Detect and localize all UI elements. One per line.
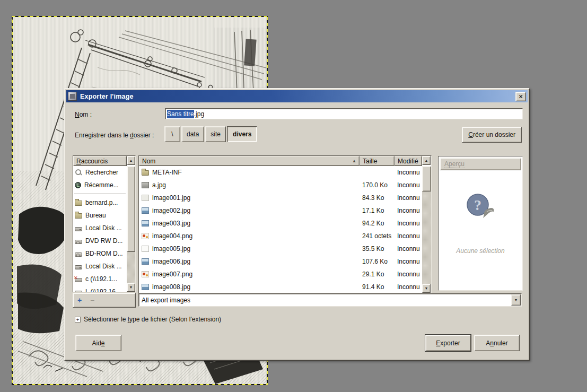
file-modified: Inconnu: [395, 283, 422, 291]
export-image-dialog: Exporter l'image ✕ Nom : Sans titre.jpg …: [64, 88, 530, 361]
shortcut-item[interactable]: Rechercher: [73, 166, 127, 179]
shortcut-item[interactable]: BD-ROM D...: [73, 247, 127, 260]
file-row[interactable]: image004.png241 octetsInconnu: [139, 230, 422, 242]
shortcut-label: c (\\192.1...: [85, 275, 117, 283]
file-name: image001.jpg: [152, 194, 190, 202]
filename-selected-text: Sans titre: [167, 110, 194, 118]
preview-panel: Aperçu ? Aucune sélection: [438, 156, 523, 291]
shortcut-label: L (\\192.16: [85, 288, 116, 292]
close-icon[interactable]: ✕: [515, 92, 526, 101]
file-row[interactable]: image001.jpg84.3 KoInconnu: [139, 191, 422, 204]
filename-input[interactable]: Sans titre.jpg: [165, 108, 523, 119]
file-list-scroll-up-icon[interactable]: ▲: [422, 156, 431, 165]
preview-body: ? Aucune sélection: [440, 170, 521, 289]
file-list-scroll-thumb[interactable]: [422, 166, 431, 191]
expand-plus-icon[interactable]: +: [75, 317, 81, 323]
image-blue-icon: [142, 258, 149, 265]
breadcrumb-divers[interactable]: divers: [227, 126, 257, 142]
file-name: image008.jpg: [152, 283, 190, 291]
dialog-titlebar[interactable]: Exporter l'image ✕: [66, 90, 528, 102]
file-modified: Inconnu: [395, 271, 422, 278]
file-list-scroll-down-icon[interactable]: ▼: [422, 284, 431, 293]
shortcut-label: Récemme...: [84, 181, 119, 189]
shortcut-item[interactable]: Bureau: [73, 209, 127, 222]
breadcrumb-[interactable]: \: [164, 126, 180, 142]
file-row[interactable]: image002.jpg17.1 KoInconnu: [139, 204, 422, 217]
column-header-size[interactable]: Taille: [360, 156, 395, 166]
file-size: 170.0 Ko: [360, 181, 395, 189]
file-row[interactable]: image006.jpg107.6 KoInconnu: [139, 255, 422, 268]
shortcuts-header[interactable]: Raccourcis: [73, 156, 127, 166]
shortcut-label: Rechercher: [85, 169, 118, 176]
image-gray-icon: [142, 182, 149, 188]
file-modified: Inconnu: [395, 245, 422, 252]
breadcrumb-data[interactable]: data: [181, 126, 204, 142]
optical-drive-icon: [75, 252, 82, 257]
file-row[interactable]: image005.jpg35.5 KoInconnu: [139, 242, 422, 255]
file-name: META-INF: [152, 169, 182, 176]
shortcut-actions-bar: + −: [73, 293, 136, 308]
image-light-icon: [142, 195, 149, 201]
file-name: image003.jpg: [152, 220, 190, 227]
image-red-icon: [142, 233, 149, 239]
dialog-icon: [68, 92, 77, 101]
file-modified: Inconnu: [395, 181, 422, 189]
help-button[interactable]: Aide: [75, 335, 121, 351]
breadcrumb-site[interactable]: site: [205, 126, 226, 142]
folder-breadcrumb: \datasitedivers: [164, 126, 257, 142]
file-type-expander[interactable]: + Sélectionner le type de fichier (Selon…: [75, 316, 221, 323]
file-modified: Inconnu: [395, 220, 422, 227]
dialog-title: Exporter l'image: [80, 93, 134, 100]
create-folder-button[interactable]: Créer un dossier: [462, 127, 522, 143]
file-name: a.jpg: [152, 181, 166, 189]
network-drive-icon: [75, 291, 82, 292]
file-type-filter-combo[interactable]: All export images ▼: [138, 293, 522, 307]
shortcut-item[interactable]: L (\\192.16: [73, 285, 127, 292]
file-list-scrollbar[interactable]: ▼: [422, 166, 431, 293]
add-shortcut-icon[interactable]: +: [73, 296, 86, 304]
export-button[interactable]: Exporter: [425, 335, 471, 351]
shortcuts-list: RechercherRécemme...bernard.p...BureauLo…: [73, 166, 127, 292]
shortcut-label: Local Disk ...: [85, 224, 122, 232]
shortcut-item[interactable]: DVD RW D...: [73, 234, 127, 247]
file-modified: Inconnu: [395, 232, 422, 240]
shortcut-label: Bureau: [85, 212, 106, 219]
svg-text:?: ?: [474, 197, 481, 213]
file-row[interactable]: image007.png29.1 KoInconnu: [139, 268, 422, 281]
shortcut-item[interactable]: c (\\192.1...: [73, 273, 127, 285]
shortcut-item[interactable]: Récemme...: [73, 179, 127, 191]
column-header-modified[interactable]: Modifié: [395, 156, 422, 166]
file-size: 84.3 Ko: [360, 194, 395, 202]
file-row[interactable]: image003.jpg94.2 KoInconnu: [139, 217, 422, 230]
file-modified: Inconnu: [395, 169, 422, 176]
file-modified: Inconnu: [395, 258, 422, 265]
shortcuts-scrollbar[interactable]: ▼: [127, 166, 135, 292]
file-name: image005.jpg: [152, 245, 190, 252]
file-modified: Inconnu: [395, 194, 422, 202]
shortcuts-scroll-thumb[interactable]: [127, 166, 135, 252]
sort-ascending-icon: ▲: [352, 159, 356, 163]
cancel-button[interactable]: Annuler: [474, 335, 520, 351]
shortcuts-panel: Raccourcis ▲ RechercherRécemme...bernard…: [73, 155, 136, 292]
shortcuts-scroll-down-icon[interactable]: ▼: [127, 283, 135, 292]
folder-icon: [142, 170, 149, 176]
combo-dropdown-icon[interactable]: ▼: [511, 294, 521, 306]
shortcut-label: DVD RW D...: [85, 237, 122, 245]
file-row[interactable]: a.jpg170.0 KoInconnu: [139, 179, 422, 191]
drive-icon: [75, 265, 82, 269]
save-in-folder-label: Enregistrer dans le dossier :: [75, 132, 154, 139]
optical-drive-icon: [75, 240, 82, 244]
image-blue-icon: [142, 284, 149, 290]
column-header-name[interactable]: Nom▲: [139, 156, 360, 166]
preview-header: Aperçu: [440, 158, 521, 170]
shortcut-item[interactable]: bernard.p...: [73, 196, 127, 209]
shortcut-item[interactable]: Local Disk ...: [73, 260, 127, 273]
shortcut-label: bernard.p...: [85, 199, 118, 206]
remove-shortcut-icon[interactable]: −: [86, 296, 99, 304]
network-drive-error-icon: [75, 278, 82, 282]
shortcuts-scroll-up-icon[interactable]: ▲: [127, 156, 135, 165]
shortcut-item[interactable]: Local Disk ...: [73, 222, 127, 234]
filter-value: All export images: [139, 297, 511, 304]
file-row[interactable]: META-INFInconnu: [139, 166, 422, 179]
file-row[interactable]: image008.jpg91.4 KoInconnu: [139, 281, 422, 293]
